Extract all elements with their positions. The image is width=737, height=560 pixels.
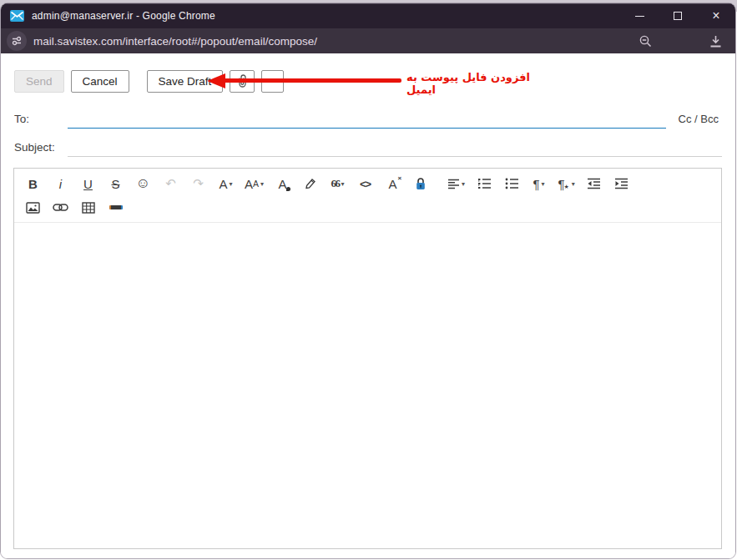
send-button[interactable]: Send	[14, 70, 64, 93]
clear-format-glyph: A	[389, 177, 397, 191]
annotation-text: افزودن فایل پیوست به ایمیل	[406, 71, 557, 96]
pilcrow-glyph: ¶	[533, 177, 540, 191]
download-button[interactable]	[702, 28, 729, 53]
chevron-down-icon: ▾	[230, 180, 233, 188]
to-input[interactable]	[68, 110, 666, 129]
subject-row: Subject:	[14, 139, 735, 157]
paragraph-special-button[interactable]: ¶ ★ ▾	[558, 174, 575, 194]
font-size-glyph-small: A	[253, 179, 259, 189]
underline-button[interactable]: U	[79, 174, 97, 194]
lock-icon	[415, 177, 427, 191]
star-icon: ★	[563, 184, 568, 190]
browser-popup-window: admin@manaserver.ir - Google Chrome × ma…	[0, 3, 736, 559]
bold-button[interactable]: B	[24, 174, 42, 194]
table-icon	[82, 202, 95, 214]
clear-format-button[interactable]: A ×	[384, 174, 401, 194]
image-icon	[26, 202, 40, 214]
outdent-button[interactable]	[585, 174, 603, 194]
color-droplet-icon	[286, 187, 290, 191]
italic-button[interactable]: i	[52, 174, 69, 194]
highlighter-icon	[304, 177, 317, 190]
message-body-input[interactable]	[14, 223, 721, 548]
chevron-down-icon: ▾	[462, 180, 465, 188]
blockquote-button[interactable]: 66 ▾	[329, 174, 346, 194]
window-titlebar: admin@manaserver.ir - Google Chrome ×	[1, 3, 735, 28]
compose-page: Send Cancel Save Draft افزودن فایل پیوست…	[1, 53, 735, 558]
horizontal-rule-button[interactable]	[107, 198, 124, 218]
insert-link-button[interactable]	[52, 198, 69, 218]
paragraph-style-button[interactable]: ¶ ▾	[530, 174, 548, 194]
ordered-list-button[interactable]	[475, 174, 492, 194]
indent-button[interactable]	[613, 174, 630, 194]
close-button[interactable]: ×	[697, 3, 735, 28]
window-title: admin@manaserver.ir - Google Chrome	[32, 10, 215, 22]
toolbar-row-1: B i U S ☺ ↶ ↷ A ▾ A A	[19, 171, 716, 196]
outdent-icon	[587, 178, 601, 189]
font-family-glyph: A	[219, 177, 227, 191]
small-x-icon: ×	[397, 174, 401, 182]
font-color-glyph: A	[279, 177, 287, 191]
align-left-icon	[447, 179, 460, 189]
chevron-down-icon: ▾	[542, 180, 545, 188]
quote-glyph: 66	[331, 177, 340, 190]
lock-button[interactable]	[411, 174, 429, 194]
cancel-button[interactable]: Cancel	[71, 70, 129, 93]
subject-label: Subject:	[14, 141, 68, 157]
rich-text-editor: B i U S ☺ ↶ ↷ A ▾ A A	[13, 168, 722, 549]
insert-table-button[interactable]	[79, 198, 97, 218]
cc-bcc-link[interactable]: Cc / Bcc	[679, 113, 735, 129]
align-button[interactable]: ▾	[447, 174, 465, 194]
zoom-out-icon	[639, 34, 653, 48]
zoom-out-button[interactable]	[632, 28, 659, 53]
site-settings-button[interactable]	[7, 31, 27, 51]
to-row: To: Cc / Bcc	[14, 110, 735, 129]
subject-input[interactable]	[68, 139, 722, 157]
code-button[interactable]: <>	[356, 174, 374, 194]
annotation-arrow-line	[223, 78, 401, 83]
mail-favicon-icon	[10, 10, 24, 22]
unordered-list-icon	[505, 178, 518, 189]
unordered-list-button[interactable]	[502, 174, 520, 194]
font-size-glyph-large: A	[245, 177, 253, 191]
minimize-button[interactable]	[620, 3, 659, 28]
chevron-down-icon: ▾	[260, 180, 264, 188]
font-color-button[interactable]: A	[274, 174, 291, 194]
maximize-icon	[674, 12, 682, 20]
screen: admin@manaserver.ir - Google Chrome × ma…	[0, 0, 737, 560]
redo-button[interactable]: ↷	[189, 174, 207, 194]
download-icon	[709, 34, 723, 48]
link-icon	[53, 203, 68, 212]
close-icon: ×	[712, 9, 719, 23]
horizontal-rule-icon	[109, 205, 123, 209]
ordered-list-icon	[477, 178, 491, 189]
indent-icon	[614, 178, 628, 189]
address-bar-url[interactable]: mail.savistex.com/interface/root#/popout…	[33, 35, 317, 48]
highlight-button[interactable]	[301, 174, 319, 194]
browser-urlbar: mail.savistex.com/interface/root#/popout…	[1, 28, 735, 53]
insert-image-button[interactable]	[24, 198, 42, 218]
editor-toolbar: B i U S ☺ ↶ ↷ A ▾ A A	[14, 169, 721, 223]
to-label: To:	[14, 113, 68, 129]
minimize-icon	[635, 16, 644, 17]
strikethrough-button[interactable]: S	[107, 174, 124, 194]
maximize-button[interactable]	[659, 3, 697, 28]
chevron-down-icon: ▾	[341, 180, 345, 188]
undo-button[interactable]: ↶	[162, 174, 179, 194]
chevron-down-icon: ▾	[572, 180, 575, 188]
emoji-button[interactable]: ☺	[134, 174, 152, 194]
tune-icon	[11, 35, 23, 47]
font-family-button[interactable]: A ▾	[217, 174, 235, 194]
toolbar-row-2	[19, 196, 716, 219]
font-size-button[interactable]: A A ▾	[245, 174, 264, 194]
